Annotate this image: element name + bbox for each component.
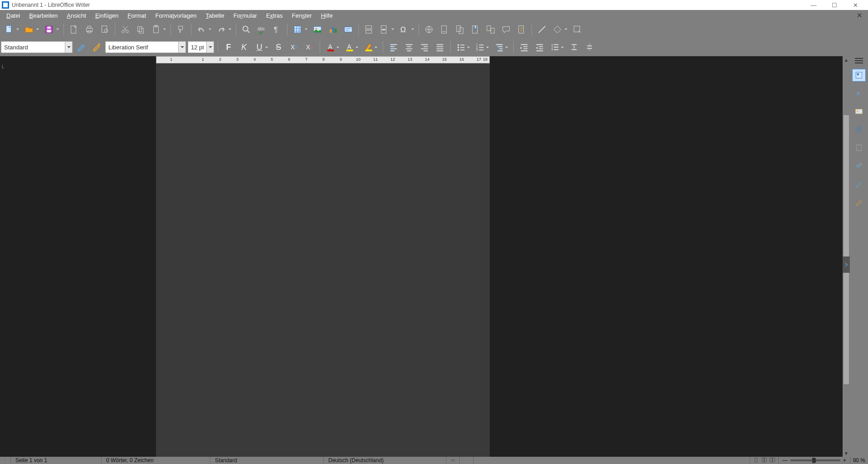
basic-shapes-button[interactable]: [550, 23, 565, 36]
highlight-color-button[interactable]: A: [343, 40, 356, 54]
document-area[interactable]: L 1 123 456 789 101112 131415 161718: [0, 56, 843, 457]
font-name-combo[interactable]: [105, 41, 186, 53]
font-size-dropdown-icon[interactable]: [206, 42, 214, 53]
sidebar-page-button[interactable]: [852, 141, 866, 154]
clone-formatting-button[interactable]: [174, 23, 188, 36]
menu-datei[interactable]: Datei: [2, 11, 24, 20]
subscript-button[interactable]: X2: [302, 40, 316, 54]
font-size-combo[interactable]: [188, 41, 214, 53]
font-name-input[interactable]: [106, 42, 178, 53]
align-left-button[interactable]: [387, 40, 400, 54]
scroll-up-button[interactable]: ▲: [843, 56, 850, 63]
page-break-button[interactable]: [361, 23, 376, 36]
update-style-button[interactable]: [74, 40, 88, 54]
insert-image-button[interactable]: [310, 23, 325, 36]
insert-cross-reference-button[interactable]: [483, 23, 498, 36]
insert-table-button[interactable]: [290, 23, 305, 36]
sidebar-style-inspector-button[interactable]: A: [852, 160, 866, 172]
insert-bookmark-button[interactable]: [468, 23, 483, 36]
status-zoom-value[interactable]: 90 %: [850, 457, 868, 464]
insert-field-button[interactable]: [377, 23, 391, 36]
paste-button[interactable]: [149, 23, 163, 36]
close-document-button[interactable]: ✕: [853, 11, 866, 19]
undo-button[interactable]: [194, 23, 209, 36]
sidebar-manage-changes-button[interactable]: [852, 178, 866, 190]
new-style-button[interactable]: [90, 40, 103, 54]
maximize-button[interactable]: ☐: [828, 2, 841, 9]
increase-spacing-button[interactable]: [567, 40, 581, 54]
menu-format[interactable]: Format: [123, 11, 151, 20]
minimize-button[interactable]: —: [807, 2, 820, 9]
strikethrough-button[interactable]: S: [272, 40, 285, 54]
menu-ansicht[interactable]: Ansicht: [62, 11, 91, 20]
sidebar-navigator-button[interactable]: [852, 123, 866, 136]
line-spacing-button[interactable]: [548, 40, 562, 54]
zoom-handle[interactable]: [812, 458, 815, 463]
menu-formular[interactable]: Formular: [229, 11, 262, 20]
zoom-in-button[interactable]: +: [843, 457, 846, 464]
align-right-button[interactable]: [418, 40, 431, 54]
paragraph-style-dropdown-icon[interactable]: [65, 42, 72, 53]
status-selection-mode[interactable]: [460, 457, 473, 464]
show-draw-functions-button[interactable]: [570, 23, 585, 36]
export-pdf-button[interactable]: [67, 23, 81, 36]
menu-hilfe[interactable]: Hilfe: [317, 11, 337, 20]
track-changes-button[interactable]: [514, 23, 529, 36]
insert-textbox-button[interactable]: [341, 23, 356, 36]
bold-button[interactable]: F: [222, 40, 235, 54]
numbered-list-button[interactable]: 123: [473, 40, 487, 54]
print-preview-button[interactable]: [98, 23, 112, 36]
sidebar-collapse-handle[interactable]: [843, 256, 850, 273]
scroll-thumb[interactable]: [844, 115, 849, 384]
book-view-button[interactable]: [769, 457, 775, 464]
formatting-marks-button[interactable]: ¶: [270, 23, 284, 36]
zoom-track[interactable]: [790, 459, 840, 461]
insert-chart-button[interactable]: [326, 23, 340, 36]
status-zoom-slider[interactable]: — +: [779, 457, 850, 464]
status-page-style[interactable]: Standard: [210, 457, 324, 464]
insert-symbol-button[interactable]: Ω: [397, 23, 411, 36]
insert-hyperlink-button[interactable]: [422, 23, 436, 36]
insert-endnote-button[interactable]: [453, 23, 467, 36]
open-button[interactable]: [22, 23, 36, 36]
sidebar-properties-button[interactable]: [852, 69, 866, 82]
multi-page-view-button[interactable]: [761, 457, 767, 464]
sidebar-styles-button[interactable]: A: [852, 87, 866, 100]
status-word-count[interactable]: 0 Wörter, 0 Zeichen: [102, 457, 210, 464]
close-button[interactable]: ✕: [849, 2, 862, 9]
paragraph-style-combo[interactable]: [1, 41, 73, 53]
increase-indent-button[interactable]: [517, 40, 531, 54]
decrease-indent-button[interactable]: [533, 40, 546, 54]
status-save-icon[interactable]: [0, 457, 11, 464]
menu-fenster[interactable]: Fenster: [288, 11, 317, 20]
insert-footnote-button[interactable]: [437, 23, 452, 36]
find-replace-button[interactable]: [239, 23, 254, 36]
bullet-list-button[interactable]: [454, 40, 468, 54]
new-button[interactable]: [2, 23, 16, 36]
scroll-down-button[interactable]: ▼: [843, 450, 850, 457]
horizontal-ruler[interactable]: 1 123 456 789 101112 131415 161718: [156, 56, 490, 63]
paragraph-style-input[interactable]: [1, 42, 65, 53]
status-insert-mode[interactable]: [446, 457, 460, 464]
decrease-spacing-button[interactable]: [583, 40, 596, 54]
document-page[interactable]: [156, 63, 490, 457]
cut-button[interactable]: [118, 23, 132, 36]
underline-button[interactable]: U: [253, 40, 266, 54]
insert-line-button[interactable]: [535, 23, 549, 36]
align-justify-button[interactable]: [433, 40, 447, 54]
sidebar-accessibility-button[interactable]: [852, 196, 866, 208]
status-page[interactable]: Seite 1 von 1: [11, 457, 102, 464]
copy-button[interactable]: [133, 23, 148, 36]
superscript-button[interactable]: X2: [287, 40, 301, 54]
italic-button[interactable]: K: [237, 40, 251, 54]
spellcheck-button[interactable]: abc: [254, 23, 269, 36]
menu-tabelle[interactable]: Tabelle: [201, 11, 229, 20]
insert-comment-button[interactable]: [499, 23, 513, 36]
menu-extras[interactable]: Extras: [262, 11, 288, 20]
char-highlight-button[interactable]: [362, 40, 375, 54]
outline-list-button[interactable]: [493, 40, 506, 54]
sidebar-menu-icon[interactable]: [855, 58, 863, 63]
font-size-input[interactable]: [188, 42, 206, 53]
menu-formatvorlagen[interactable]: Formatvorlagen: [151, 11, 201, 20]
zoom-out-button[interactable]: —: [782, 457, 788, 464]
